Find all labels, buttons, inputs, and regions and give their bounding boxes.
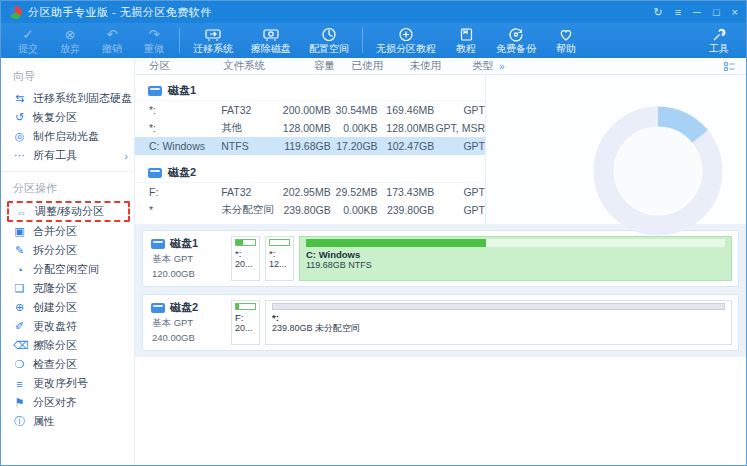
table-row[interactable]: *: 其他 128.00MB 0.00KB 128.00MB GPT, MSR <box>135 119 485 137</box>
sidebar-item-recover-partition[interactable]: ↺ 恢复分区 <box>1 108 134 127</box>
sidebar-item-change-serial-number[interactable]: ≡ 更改序列号 <box>1 374 134 393</box>
sidebar-item-label: 分配空闲空间 <box>33 262 99 277</box>
sidebar-item-label: 分区对齐 <box>33 395 77 410</box>
menu-icon[interactable]: ≡ <box>675 7 681 18</box>
disk1-label[interactable]: 磁盘1 基本 GPT 120.00GB <box>149 236 225 281</box>
resize-move-icon: ⇔ <box>15 206 28 218</box>
help-button[interactable]: 帮助 <box>545 23 587 58</box>
sidebar-item-properties[interactable]: ⓘ 属性 <box>1 412 134 431</box>
partition-block-selected[interactable]: C: Windows 119.68GB NTFS <box>299 236 732 281</box>
sidebar-item-split-partition[interactable]: ✎ 拆分分区 <box>1 241 134 260</box>
sidebar-item-migrate-to-ssd[interactable]: ⇆ 迁移系统到固态硬盘 <box>1 89 134 108</box>
sidebar-item-change-drive-letter[interactable]: ✐ 更改盘符 <box>1 317 134 336</box>
help-heart-icon <box>558 27 574 42</box>
disk-size: 120.00GB <box>151 268 225 279</box>
sidebar-item-label: 制作启动光盘 <box>33 129 99 144</box>
cell-fs: FAT32 <box>221 104 276 116</box>
table-row-selected[interactable]: C: Windows NTFS 119.68GB 17.20GB 102.47G… <box>135 137 485 155</box>
tools-button[interactable]: 工具 <box>698 23 740 58</box>
redo-label: 重做 <box>144 44 164 54</box>
table-row[interactable]: * 未分配空间 239.80GB 0.00KB 239.80GB GPT <box>135 201 485 219</box>
disk2-label[interactable]: 磁盘2 基本 GPT 240.00GB <box>149 300 225 345</box>
sidebar-item-resize-move-partition[interactable]: ⇔ 调整/移动分区 <box>7 201 130 222</box>
sidebar-item-label: 更改盘符 <box>33 319 77 334</box>
sidebar-item-wipe-partition[interactable]: ⌫ 擦除分区 <box>1 336 134 355</box>
free-backup-button[interactable]: 免费备份 <box>487 23 545 58</box>
table-row[interactable]: *: FAT32 200.00MB 30.54MB 169.46MB GPT <box>135 101 485 119</box>
column-filesystem[interactable]: 文件系统 <box>223 59 279 73</box>
disk2-group-row[interactable]: 磁盘2 <box>135 163 485 183</box>
cell-type: GPT <box>434 104 485 116</box>
discard-button[interactable]: ⊗ 放弃 <box>49 23 91 58</box>
commit-button[interactable]: ✓ 提交 <box>7 23 49 58</box>
sidebar-item-allocate-free-space[interactable]: ◔ 分配空闲空间 <box>1 260 134 279</box>
toolbar-separator <box>362 28 363 53</box>
tools-wrench-icon <box>711 27 727 42</box>
migrate-os-button[interactable]: 迁移系统 <box>184 23 242 58</box>
redo-icon: ↷ <box>149 27 160 42</box>
commit-icon: ✓ <box>23 27 34 42</box>
column-unused[interactable]: 未使用 <box>383 59 441 73</box>
chevron-right-icon: › <box>124 150 128 162</box>
disk1-group-row[interactable]: 磁盘1 <box>135 81 485 101</box>
partition-block[interactable]: *: 12... <box>265 236 294 281</box>
maximize-icon[interactable]: □ <box>713 7 720 18</box>
partition-alignment-icon: ⚑ <box>13 396 26 409</box>
table-row[interactable]: F: FAT32 202.95MB 29.52MB 173.43MB GPT <box>135 183 485 201</box>
column-type[interactable]: 类型 <box>441 59 493 73</box>
panel-legend-icon[interactable] <box>723 61 736 72</box>
cell-partition: *: <box>135 122 221 134</box>
disk-icon <box>151 303 165 313</box>
sidebar-item-label: 克隆分区 <box>33 281 77 296</box>
partition-tutorial-button[interactable]: 无损分区教程 <box>367 23 445 58</box>
redo-button[interactable]: ↷ 重做 <box>133 23 175 58</box>
cell-type: GPT, MSR <box>434 122 485 134</box>
disk-icon <box>148 168 162 178</box>
minimize-icon[interactable]: ─ <box>693 7 701 18</box>
sidebar-item-label: 更改序列号 <box>33 376 88 391</box>
properties-info-icon: ⓘ <box>13 414 26 429</box>
cell-fs: 未分配空间 <box>221 203 276 217</box>
cell-capacity: 239.80GB <box>276 204 331 216</box>
cell-capacity: 202.95MB <box>276 186 331 198</box>
wipe-disk-button[interactable]: 擦除磁盘 <box>242 23 300 58</box>
partition-block[interactable]: *: 20... <box>231 236 260 281</box>
sidebar-item-partition-alignment[interactable]: ⚑ 分区对齐 <box>1 393 134 412</box>
migrate-os-label: 迁移系统 <box>193 44 233 54</box>
undo-icon: ↶ <box>107 27 118 42</box>
partition-label: *: <box>235 248 256 259</box>
columns-expand-icon[interactable]: » <box>499 61 503 72</box>
toolbar-separator <box>179 28 180 53</box>
partition-block[interactable]: F: 20... <box>231 300 260 345</box>
close-icon[interactable]: × <box>732 7 738 18</box>
allocate-space-button[interactable]: 配置空间 <box>300 23 358 58</box>
disk2-name: 磁盘2 <box>168 165 196 180</box>
sidebar-item-all-tools[interactable]: ⋯ 所有工具 › <box>1 146 134 165</box>
column-partition[interactable]: 分区 <box>135 59 223 73</box>
cell-partition: F: <box>135 186 221 198</box>
sidebar-item-clone-partition[interactable]: ❏ 克隆分区 <box>1 279 134 298</box>
refresh-icon[interactable]: ↻ <box>653 7 662 18</box>
sidebar-item-label: 擦除分区 <box>33 338 77 353</box>
usage-bar <box>272 303 725 310</box>
unallocated-block[interactable]: *: 239.80GB 未分配空间 <box>265 300 732 345</box>
sidebar-item-create-partition[interactable]: ⊕ 创建分区 <box>1 298 134 317</box>
cell-unused: 128.00MB <box>378 122 435 134</box>
tutorial-button[interactable]: 教程 <box>445 23 487 58</box>
all-tools-icon: ⋯ <box>13 149 26 162</box>
sidebar-item-bootable-media[interactable]: ◎ 制作启动光盘 <box>1 127 134 146</box>
sidebar-item-label: 调整/移动分区 <box>35 204 104 219</box>
wipe-disk-label: 擦除磁盘 <box>251 44 291 54</box>
cell-unused: 239.80GB <box>378 204 435 216</box>
column-used[interactable]: 已使用 <box>335 59 383 73</box>
sidebar-item-merge-partitions[interactable]: ▣ 合并分区 <box>1 222 134 241</box>
cell-used: 17.20GB <box>331 140 378 152</box>
sidebar-item-check-partition[interactable]: ❍ 检查分区 <box>1 355 134 374</box>
cell-used: 0.00KB <box>331 204 378 216</box>
disk-kind: 基本 GPT <box>151 317 225 330</box>
cell-type: GPT <box>434 204 485 216</box>
partition-label: *: <box>272 312 725 323</box>
column-capacity[interactable]: 容量 <box>279 59 335 73</box>
undo-button[interactable]: ↶ 撤销 <box>91 23 133 58</box>
disk-size: 240.00GB <box>151 332 225 343</box>
